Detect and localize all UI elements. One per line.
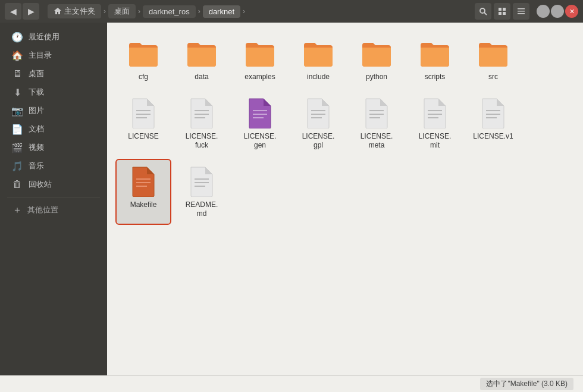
back-button[interactable]: ◀	[5, 3, 21, 20]
breadcrumb-item-darknet[interactable]: darknet	[203, 5, 240, 18]
content-area: cfg data examples include python scripts…	[107, 23, 583, 375]
file-item-license-meta[interactable]: LICENSE.meta	[350, 92, 403, 155]
file-label-license-fuck: LICENSE.fuck	[186, 132, 218, 150]
file-item-cfg[interactable]: cfg	[117, 32, 170, 87]
nav-controls: ◀ ▶	[5, 3, 39, 20]
file-item-license-gpl[interactable]: LICENSE.gpl	[292, 92, 345, 155]
sidebar-add-locations[interactable]: ＋其他位置	[2, 201, 105, 219]
window-controls: ✕	[537, 5, 578, 18]
view-options-button[interactable]	[494, 3, 510, 20]
add-icon: ＋	[12, 205, 23, 215]
file-label-license-v1: LICENSE.v1	[473, 132, 513, 142]
file-icon-license-meta	[360, 96, 393, 130]
file-icon-data	[185, 37, 218, 70]
file-item-python[interactable]: python	[350, 32, 403, 87]
file-icon-scripts	[418, 37, 452, 70]
file-item-license-gen[interactable]: LICENSE.gen	[233, 92, 287, 155]
file-label-readme: README.md	[186, 200, 218, 219]
file-item-data[interactable]: data	[175, 32, 228, 87]
music-icon: 🎵	[12, 161, 23, 171]
svg-rect-6	[518, 8, 525, 10]
sidebar-label-music: 音乐	[29, 161, 44, 171]
titlebar-actions	[475, 3, 529, 20]
file-item-license-txt[interactable]: LICENSE	[117, 92, 170, 155]
file-label-src: src	[488, 73, 498, 82]
svg-line-1	[484, 12, 487, 15]
file-item-examples[interactable]: examples	[233, 32, 287, 87]
file-label-python: python	[366, 73, 387, 82]
sidebar-divider	[7, 197, 100, 197]
file-label-data: data	[195, 73, 208, 82]
svg-rect-8	[518, 13, 525, 14]
sidebar-item-pictures[interactable]: 📷图片	[2, 102, 105, 120]
sidebar-item-recent[interactable]: 🕐最近使用	[2, 28, 105, 46]
breadcrumb-separator: ›	[138, 7, 140, 15]
svg-rect-7	[518, 11, 525, 12]
sidebar-item-videos[interactable]: 🎬视频	[2, 139, 105, 156]
file-icon-license-gen	[243, 96, 277, 130]
search-button[interactable]	[475, 3, 491, 20]
titlebar: ◀ ▶ 主文件夹›桌面›darknet_ros›darknet› ✕	[0, 0, 583, 23]
sidebar-label-trash: 回收站	[29, 179, 52, 190]
svg-rect-4	[499, 12, 501, 15]
file-item-makefile[interactable]: Makefile	[117, 160, 170, 224]
file-label-license-txt: LICENSE	[128, 132, 158, 142]
file-grid: cfg data examples include python scripts…	[117, 32, 573, 224]
close-button[interactable]: ✕	[565, 5, 578, 18]
sidebar-label-pictures: 图片	[29, 105, 44, 116]
sidebar-label-recent: 最近使用	[29, 32, 59, 42]
file-icon-src	[477, 37, 510, 70]
breadcrumb-item-桌面[interactable]: 桌面	[108, 4, 136, 18]
sidebar-item-desktop[interactable]: 🖥桌面	[2, 65, 105, 83]
menu-button[interactable]	[513, 3, 529, 20]
pictures-icon: 📷	[12, 105, 23, 116]
file-label-examples: examples	[245, 73, 275, 82]
breadcrumb-separator: ›	[104, 7, 106, 15]
sidebar: 🕐最近使用🏠主目录🖥桌面⬇下载📷图片📄文档🎬视频🎵音乐🗑回收站＋其他位置	[0, 23, 107, 375]
file-item-license-mit[interactable]: LICENSE.mit	[408, 92, 462, 155]
sidebar-add-label: 其他位置	[27, 205, 58, 215]
sidebar-label-downloads: 下载	[29, 87, 44, 98]
file-label-license-mit: LICENSE.mit	[419, 132, 452, 150]
file-item-include[interactable]: include	[292, 32, 345, 87]
forward-button[interactable]: ▶	[23, 3, 39, 20]
file-icon-makefile	[127, 165, 160, 198]
file-icon-license-v1	[477, 96, 510, 130]
breadcrumb-home[interactable]: 主文件夹	[48, 4, 101, 18]
file-label-include: include	[307, 73, 330, 82]
statusbar: 选中了"Makefile" (3.0 KB)	[0, 375, 583, 392]
file-label-license-gpl: LICENSE.gpl	[302, 132, 335, 150]
main-layout: 🕐最近使用🏠主目录🖥桌面⬇下载📷图片📄文档🎬视频🎵音乐🗑回收站＋其他位置 cfg…	[0, 23, 583, 375]
file-icon-license-txt	[127, 96, 160, 130]
file-item-src[interactable]: src	[466, 32, 520, 87]
breadcrumb-arrow: ›	[243, 7, 245, 15]
sidebar-item-downloads[interactable]: ⬇下载	[2, 83, 105, 101]
sidebar-item-music[interactable]: 🎵音乐	[2, 157, 105, 175]
svg-point-0	[480, 8, 485, 13]
downloads-icon: ⬇	[12, 87, 23, 98]
home-icon: 🏠	[12, 50, 23, 61]
status-text: 选中了"Makefile" (3.0 KB)	[480, 378, 573, 390]
file-item-readme[interactable]: README.md	[175, 160, 228, 224]
minimize-button[interactable]	[537, 5, 550, 18]
sidebar-label-documents: 文档	[29, 124, 44, 134]
file-icon-include	[302, 37, 335, 70]
file-item-license-fuck[interactable]: LICENSE.fuck	[175, 92, 228, 155]
file-icon-examples	[243, 37, 277, 70]
sidebar-item-documents[interactable]: 📄文档	[2, 120, 105, 138]
maximize-button[interactable]	[551, 5, 564, 18]
breadcrumb-separator: ›	[198, 7, 200, 15]
sidebar-label-home: 主目录	[29, 50, 52, 61]
breadcrumb-item-darknet_ros[interactable]: darknet_ros	[143, 5, 196, 18]
file-label-scripts: scripts	[425, 73, 446, 82]
file-item-license-v1[interactable]: LICENSE.v1	[466, 92, 520, 155]
file-icon-python	[360, 37, 393, 70]
file-label-license-gen: LICENSE.gen	[244, 132, 277, 150]
sidebar-item-trash[interactable]: 🗑回收站	[2, 175, 105, 193]
file-icon-license-gpl	[302, 96, 335, 130]
file-icon-license-fuck	[185, 96, 218, 130]
file-icon-license-mit	[418, 96, 452, 130]
sidebar-item-home[interactable]: 🏠主目录	[2, 46, 105, 64]
desktop-icon: 🖥	[12, 68, 23, 79]
file-item-scripts[interactable]: scripts	[408, 32, 462, 87]
